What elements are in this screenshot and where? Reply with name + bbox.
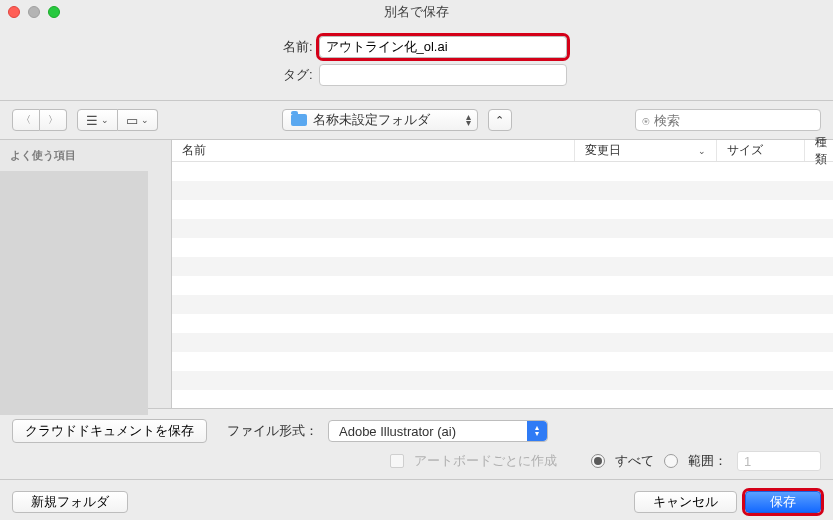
folder-swatch-icon [291, 114, 307, 126]
column-size[interactable]: サイズ [717, 140, 805, 161]
updown-icon: ▴▾ [466, 114, 471, 126]
view-buttons: ☰⌄ ▭⌄ [77, 109, 158, 131]
sort-desc-icon: ⌄ [698, 146, 706, 156]
per-artboard-checkbox [390, 454, 404, 468]
tag-input[interactable] [319, 64, 567, 86]
new-folder-button[interactable]: 新規フォルダ [12, 491, 128, 513]
fullscreen-window-icon[interactable] [48, 6, 60, 18]
cancel-button[interactable]: キャンセル [634, 491, 737, 513]
list-icon: ☰ [86, 113, 98, 128]
format-select[interactable]: Adobe Illustrator (ai) ▴▾ [328, 420, 548, 442]
forward-button[interactable]: 〉 [40, 109, 67, 131]
chevron-down-icon: ⌄ [101, 115, 109, 125]
artboard-row: アートボードごとに作成 すべて 範囲： [0, 449, 833, 479]
format-label: ファイル形式： [227, 422, 318, 440]
column-name[interactable]: 名前 [172, 140, 575, 161]
range-label: 範囲： [688, 452, 727, 470]
location-label: 名称未設定フォルダ [313, 111, 430, 129]
close-window-icon[interactable] [8, 6, 20, 18]
format-row: クラウドドキュメントを保存 ファイル形式： Adobe Illustrator … [0, 409, 833, 449]
minimize-window-icon [28, 6, 40, 18]
tag-label: タグ: [267, 66, 313, 84]
sidebar: よく使う項目 [0, 140, 172, 408]
column-type[interactable]: 種類 [805, 140, 833, 161]
collapse-button[interactable]: ⌃ [488, 109, 512, 131]
content-area: よく使う項目 名前 変更日⌄ サイズ 種類 [0, 140, 833, 408]
window-title: 別名で保存 [384, 3, 449, 21]
sidebar-favorites-block[interactable] [0, 171, 148, 415]
name-label: 名前: [267, 38, 313, 56]
group-button[interactable]: ▭⌄ [118, 109, 158, 131]
nav-buttons: 〈 〉 [12, 109, 67, 131]
search-field[interactable]: ⍟ [635, 109, 821, 131]
chevron-right-icon: 〉 [48, 113, 58, 127]
chevron-left-icon: 〈 [21, 113, 31, 127]
location-popup[interactable]: 名称未設定フォルダ ▴▾ [282, 109, 478, 131]
search-icon: ⍟ [642, 113, 650, 128]
range-radio[interactable] [664, 454, 678, 468]
column-date[interactable]: 変更日⌄ [575, 140, 717, 161]
traffic-lights [8, 6, 60, 18]
file-rows[interactable] [172, 162, 833, 409]
titlebar: 別名で保存 [0, 0, 833, 24]
save-button[interactable]: 保存 [745, 491, 821, 513]
footer: 新規フォルダ キャンセル 保存 [0, 479, 833, 520]
name-section: 名前: タグ: [0, 24, 833, 100]
column-header: 名前 変更日⌄ サイズ 種類 [172, 140, 833, 162]
cloud-save-button[interactable]: クラウドドキュメントを保存 [12, 419, 207, 443]
toolbar: 〈 〉 ☰⌄ ▭⌄ 名称未設定フォルダ ▴▾ ⌃ ⍟ [0, 101, 833, 139]
file-list: 名前 変更日⌄ サイズ 種類 [172, 140, 833, 408]
filename-input[interactable] [319, 36, 567, 58]
all-radio[interactable] [591, 454, 605, 468]
format-value: Adobe Illustrator (ai) [339, 424, 456, 439]
per-artboard-label: アートボードごとに作成 [414, 452, 557, 470]
all-label: すべて [615, 452, 654, 470]
updown-icon: ▴▾ [527, 421, 547, 441]
range-input [737, 451, 821, 471]
sidebar-favorites-heading: よく使う項目 [0, 144, 171, 167]
search-input[interactable] [654, 113, 822, 128]
view-mode-button[interactable]: ☰⌄ [77, 109, 118, 131]
chevron-up-icon: ⌃ [495, 114, 504, 127]
chevron-down-icon: ⌄ [141, 115, 149, 125]
folder-icon: ▭ [126, 113, 138, 128]
back-button[interactable]: 〈 [12, 109, 40, 131]
